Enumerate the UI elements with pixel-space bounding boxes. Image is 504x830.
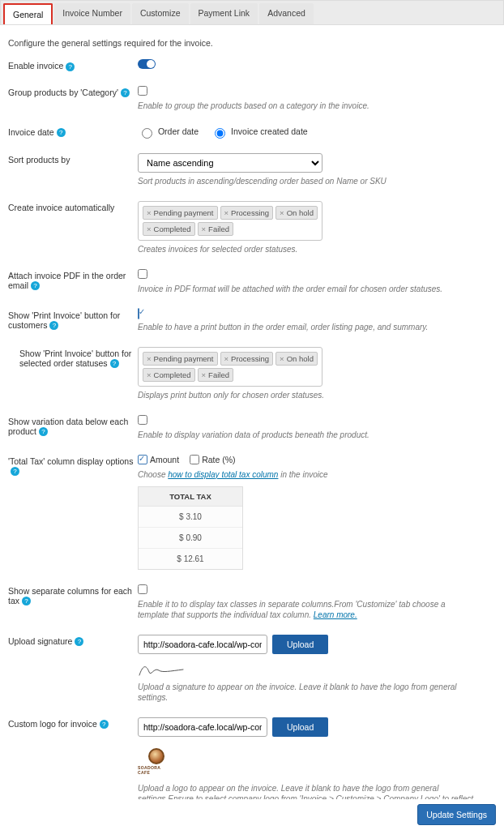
help-icon[interactable]: ? [11, 467, 19, 476]
help-icon[interactable]: ? [66, 62, 75, 71]
label-separate-tax: Show separate columns for each tax? [8, 584, 138, 606]
close-icon[interactable]: × [147, 208, 152, 217]
tag-status[interactable]: ×Failed [198, 368, 233, 382]
tab-invoice-number[interactable]: Invoice Number [54, 3, 130, 24]
help-icon[interactable]: ? [100, 720, 109, 729]
help-icon[interactable]: ? [22, 597, 31, 605]
logo-preview: SOADORA CAFE [138, 743, 174, 780]
tag-status[interactable]: ×On hold [275, 206, 318, 220]
checkbox-amount[interactable]: Amount [138, 455, 179, 464]
input-logo-url[interactable] [138, 717, 267, 737]
label-upload-signature: Upload signature? [8, 635, 138, 647]
checkbox-attach-pdf[interactable] [138, 269, 147, 279]
label-enable-invoice: Enable invoice? [8, 59, 138, 71]
help-icon[interactable]: ? [39, 427, 48, 436]
tag-status[interactable]: ×Completed [143, 222, 195, 236]
label-invoice-date: Invoice date? [8, 126, 138, 138]
label-sort-products: Sort products by [8, 153, 138, 165]
tagbox-print-statuses[interactable]: ×Pending payment ×Processing ×On hold ×C… [138, 347, 322, 387]
close-icon[interactable]: × [202, 225, 207, 233]
desc-show-print-statuses: Displays print button only for chosen or… [138, 390, 478, 400]
upload-logo-button[interactable]: Upload [272, 717, 328, 737]
desc-show-print-customers: Enable to have a print button in the ord… [138, 322, 478, 332]
checkbox-separate-tax[interactable] [138, 584, 147, 594]
radio-order-date[interactable]: Order date [138, 126, 199, 136]
desc-attach-pdf: Invoice in PDF format will be attached w… [138, 284, 478, 294]
tag-status[interactable]: ×On hold [275, 352, 318, 366]
signature-preview [138, 661, 186, 678]
tag-status[interactable]: ×Pending payment [143, 352, 218, 366]
upload-signature-button[interactable]: Upload [272, 635, 328, 654]
tagbox-create-auto[interactable]: ×Pending payment ×Processing ×On hold ×C… [138, 201, 322, 241]
desc-show-variation: Enable to display variation data of prod… [138, 430, 478, 440]
close-icon[interactable]: × [147, 370, 152, 379]
tab-payment-link[interactable]: Payment Link [190, 3, 258, 24]
close-icon[interactable]: × [147, 354, 152, 363]
label-show-variation: Show variation data below each product? [8, 415, 138, 437]
desc-total-tax: Choose how to display total tax column i… [138, 469, 478, 480]
checkbox-show-variation[interactable] [138, 415, 147, 425]
intro-text: Configure the general settings required … [8, 38, 496, 48]
checkbox-group-products[interactable] [138, 86, 147, 96]
tag-status[interactable]: ×Failed [198, 222, 233, 236]
help-icon[interactable]: ? [57, 128, 66, 137]
close-icon[interactable]: × [224, 208, 229, 217]
close-icon[interactable]: × [280, 354, 284, 363]
tag-status[interactable]: ×Completed [143, 368, 195, 382]
help-icon[interactable]: ? [110, 359, 119, 368]
input-signature-url[interactable] [138, 635, 267, 654]
desc-separate-tax: Enable it to to display tax classes in s… [138, 599, 478, 620]
radio-created-date[interactable]: Invoice created date [211, 126, 307, 136]
help-icon[interactable]: ? [75, 637, 83, 646]
desc-create-auto: Creates invoices for selected order stat… [138, 244, 478, 255]
tab-customize[interactable]: Customize [132, 3, 189, 24]
tab-general[interactable]: General [3, 3, 53, 24]
label-show-print-statuses: Show 'Print Invoice' button for selected… [8, 347, 138, 369]
settings-tabs: General Invoice Number Customize Payment… [0, 0, 504, 25]
help-icon[interactable]: ? [121, 88, 130, 97]
link-total-tax[interactable]: how to display total tax column [168, 470, 278, 479]
desc-sort-products: Sort products in ascending/descending or… [138, 176, 478, 186]
tab-advanced[interactable]: Advanced [259, 3, 314, 24]
label-total-tax: 'Total Tax' column display options? [8, 455, 138, 477]
tag-status[interactable]: ×Processing [220, 206, 274, 220]
tag-status[interactable]: ×Processing [220, 352, 274, 366]
select-sort-products[interactable]: Name ascending [138, 153, 322, 173]
close-icon[interactable]: × [224, 354, 229, 363]
checkbox-rate[interactable]: Rate (%) [190, 455, 235, 464]
label-attach-pdf: Attach invoice PDF in the order email? [8, 269, 138, 291]
desc-group-products: Enable to group the products based on a … [138, 101, 478, 111]
help-icon[interactable]: ? [49, 321, 58, 330]
close-icon[interactable]: × [202, 370, 207, 379]
label-create-auto: Create invoice automatically [8, 201, 138, 212]
desc-upload-signature: Upload a signature to appear on the invo… [138, 682, 478, 703]
tax-preview-table: TOTAL TAX $ 3.10 $ 0.90 $ 12.61 [138, 486, 243, 570]
close-icon[interactable]: × [147, 225, 152, 233]
checkbox-show-print-customers[interactable] [138, 308, 139, 319]
link-learn-more[interactable]: Learn more. [314, 610, 357, 619]
close-icon[interactable]: × [280, 208, 284, 217]
label-custom-logo: Custom logo for invoice? [8, 717, 138, 729]
tag-status[interactable]: ×Pending payment [143, 206, 218, 220]
help-icon[interactable]: ? [31, 281, 40, 290]
update-settings-button[interactable]: Update Settings [417, 804, 496, 825]
label-show-print-customers: Show 'Print Invoice' button for customer… [8, 309, 138, 331]
label-group-products: Group products by 'Category'? [8, 86, 138, 98]
toggle-enable-invoice[interactable] [138, 59, 156, 69]
